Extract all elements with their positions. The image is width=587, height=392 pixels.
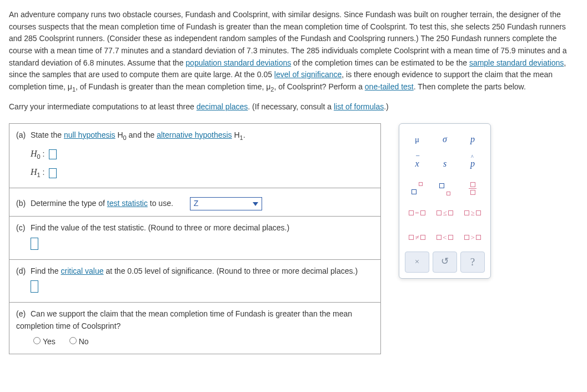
clear-icon: × xyxy=(415,255,419,268)
chevron-down-icon xyxy=(253,202,258,206)
h1-row: H1 : xyxy=(31,165,374,180)
palette-xbar-button[interactable]: x‾ xyxy=(405,154,429,175)
radio-yes[interactable] xyxy=(33,337,41,344)
help-icon: ? xyxy=(470,254,475,270)
h0-input[interactable] xyxy=(49,149,57,159)
link-sample-sd[interactable]: sample standard deviations xyxy=(469,58,564,67)
palette-gt-button[interactable]: > xyxy=(460,227,485,248)
part-d: (d)Find the critical value at the 0.05 l… xyxy=(9,259,381,302)
link-critical-value[interactable]: critical value xyxy=(61,267,103,275)
palette-subscript-button[interactable] xyxy=(433,178,457,199)
part-d-input[interactable] xyxy=(31,280,38,293)
part-a: (a)State the null hypothesis H0 and the … xyxy=(9,123,381,188)
link-null-hypothesis[interactable]: null hypothesis xyxy=(64,130,116,139)
undo-icon: ↺ xyxy=(441,254,449,269)
link-decimal-places[interactable]: decimal places xyxy=(197,102,248,111)
link-test-statistic[interactable]: test statistic xyxy=(107,199,148,208)
link-one-tailed-test[interactable]: one-tailed test xyxy=(365,82,414,91)
h0-row: H0 : xyxy=(31,147,374,162)
palette-superscript-button[interactable] xyxy=(405,178,429,199)
radio-no-label[interactable]: No xyxy=(67,337,89,346)
parts-table: (a)State the null hypothesis H0 and the … xyxy=(9,123,381,354)
palette-equals-button[interactable]: = xyxy=(405,203,429,224)
link-list-of-formulas[interactable]: list of formulas xyxy=(334,102,384,111)
part-c: (c)Find the value of the test statistic.… xyxy=(9,217,381,259)
palette-sigma-button[interactable]: σ xyxy=(433,129,457,150)
palette-clear-button[interactable]: × xyxy=(405,252,429,273)
radio-yes-label[interactable]: Yes xyxy=(31,337,56,346)
radio-no[interactable] xyxy=(69,337,77,344)
select-value: Z xyxy=(194,198,199,210)
palette-s-button[interactable]: s xyxy=(433,154,457,175)
part-c-input[interactable] xyxy=(31,238,38,250)
h1-input[interactable] xyxy=(49,168,57,178)
palette-p-button[interactable]: p xyxy=(460,129,485,150)
palette-le-button[interactable]: ≤ xyxy=(433,203,457,224)
palette-lt-button[interactable]: < xyxy=(433,227,457,248)
palette-help-button[interactable]: ? xyxy=(460,252,485,273)
link-alternative-hypothesis[interactable]: alternative hypothesis xyxy=(157,130,232,139)
palette-mu-button[interactable]: μ xyxy=(405,129,429,150)
palette-fraction-button[interactable] xyxy=(460,178,485,199)
symbol-palette: μ σ p x‾ s p^ = ≤ ≥ ≠ < > × ↺ ? xyxy=(399,123,491,279)
palette-undo-button[interactable]: ↺ xyxy=(433,252,457,273)
part-e: (e)Can we support the claim that the mea… xyxy=(9,302,381,354)
palette-phat-button[interactable]: p^ xyxy=(460,154,485,175)
palette-ne-button[interactable]: ≠ xyxy=(405,227,429,248)
link-population-sd[interactable]: population standard deviations xyxy=(185,58,291,67)
part-b: (b)Determine the type of test statistic … xyxy=(9,188,381,217)
instructions-line: Carry your intermediate computations to … xyxy=(9,101,578,113)
palette-ge-button[interactable]: ≥ xyxy=(460,203,485,224)
problem-statement: An adventure company runs two obstacle c… xyxy=(9,9,578,94)
link-level-of-significance[interactable]: level of significance xyxy=(274,70,342,79)
test-statistic-select[interactable]: Z xyxy=(190,197,262,210)
